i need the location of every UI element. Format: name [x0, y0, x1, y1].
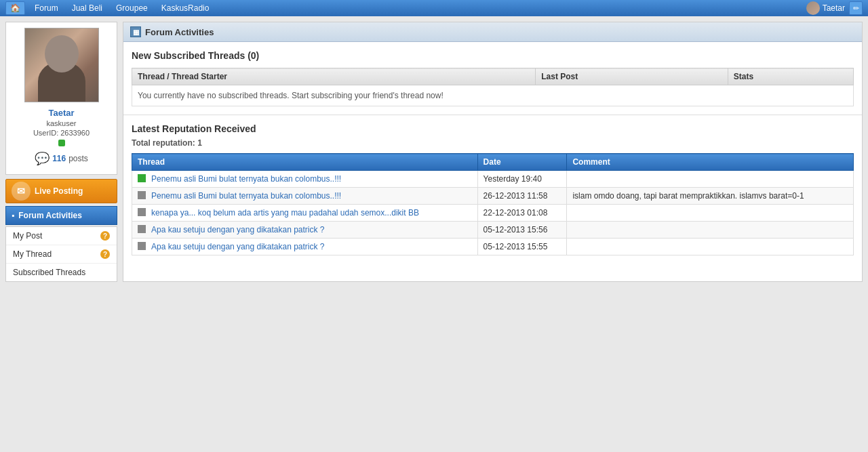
- rep-thread-link[interactable]: Apa kau setuju dengan yang dikatakan pat…: [151, 242, 325, 251]
- rep-col-comment: Comment: [567, 154, 854, 171]
- subscribed-table: Thread / Thread Starter Last Post Stats …: [132, 68, 854, 106]
- rep-thread-link[interactable]: kenapa ya... koq belum ada artis yang ma…: [151, 208, 419, 218]
- profile-userid: UserID: 2633960: [12, 129, 111, 137]
- header-icon: ▦: [130, 26, 141, 37]
- sidebar-menu: My Post ? My Thread ? Subscribed Threads: [5, 226, 117, 282]
- mypost-help-icon[interactable]: ?: [100, 231, 110, 241]
- content-header-title: Forum Activities: [145, 27, 214, 37]
- forum-activities-button[interactable]: ▪ Forum Activities: [5, 206, 117, 225]
- rep-comment: [567, 171, 854, 188]
- content-area: ▦ Forum Activities New Subscribed Thread…: [123, 22, 863, 282]
- rep-date: 22-12-2013 01:08: [477, 205, 567, 222]
- rep-thread-cell: Penemu asli Bumi bulat ternyata bukan co…: [132, 188, 478, 205]
- rep-col-date: Date: [477, 154, 567, 171]
- subscribed-empty-message: You currently have no subscribed threads…: [132, 85, 854, 106]
- rep-indicator: [138, 191, 146, 199]
- profile-name: Taetar: [12, 108, 111, 118]
- rep-thread-link[interactable]: Penemu asli Bumi bulat ternyata bukan co…: [151, 191, 341, 201]
- subscribed-label: Subscribed Threads: [13, 268, 85, 277]
- nav-groupee[interactable]: Groupee: [109, 0, 155, 16]
- subscribed-title: New Subscribed Threads (0): [132, 50, 854, 61]
- posts-row: 💬 116 posts: [12, 151, 111, 166]
- home-button[interactable]: 🏠: [5, 1, 25, 15]
- profile-role: kaskuser: [12, 119, 111, 127]
- col-thread-starter: Thread / Thread Starter: [132, 68, 536, 85]
- top-nav-right: Taetar ✏: [806, 1, 863, 15]
- nav-forum[interactable]: Forum: [28, 0, 65, 16]
- rep-comment: [567, 205, 854, 222]
- live-posting-label: Live Posting: [35, 186, 83, 196]
- rep-comment: islam omdo doang, tapi barat mempraktikk…: [567, 188, 854, 205]
- rep-date: 05-12-2013 15:55: [477, 239, 567, 255]
- rep-row: Apa kau setuju dengan yang dikatakan pat…: [132, 222, 854, 239]
- subscribed-empty-row: You currently have no subscribed threads…: [132, 85, 854, 106]
- subscribed-section: New Subscribed Threads (0) Thread / Thre…: [123, 42, 862, 115]
- rep-row: Penemu asli Bumi bulat ternyata bukan co…: [132, 171, 854, 188]
- rep-row: kenapa ya... koq belum ada artis yang ma…: [132, 205, 854, 222]
- total-reputation: Total reputation: 1: [132, 138, 854, 148]
- user-avatar-small: [806, 1, 820, 15]
- sidebar-item-mythread[interactable]: My Thread ?: [6, 245, 117, 264]
- rep-indicator: [138, 225, 146, 233]
- rep-thread-cell: kenapa ya... koq belum ada artis yang ma…: [132, 205, 478, 222]
- posts-bubble-icon: 💬: [35, 151, 50, 166]
- profile-avatar: [24, 28, 99, 102]
- rep-thread-link[interactable]: Penemu asli Bumi bulat ternyata bukan co…: [151, 174, 341, 184]
- top-navigation: 🏠 Forum Jual Beli Groupee KaskusRadio Ta…: [0, 0, 868, 16]
- rep-col-thread: Thread: [132, 154, 478, 171]
- sidebar: Taetar kaskuser UserID: 2633960 💬 116 po…: [5, 22, 117, 282]
- nav-jualbeli[interactable]: Jual Beli: [65, 0, 109, 16]
- rep-row: Penemu asli Bumi bulat ternyata bukan co…: [132, 188, 854, 205]
- live-posting-icon: ✉: [12, 182, 31, 201]
- main-container: Taetar kaskuser UserID: 2633960 💬 116 po…: [0, 16, 868, 287]
- live-posting-button[interactable]: ✉ Live Posting: [5, 179, 117, 203]
- posts-count: 116: [52, 154, 66, 163]
- col-last-post: Last Post: [536, 68, 728, 85]
- sidebar-item-subscribed[interactable]: Subscribed Threads: [6, 264, 117, 281]
- nav-kaskusradio[interactable]: KaskusRadio: [155, 0, 216, 16]
- col-stats: Stats: [728, 68, 853, 85]
- rep-thread-cell: Apa kau setuju dengan yang dikatakan pat…: [132, 239, 478, 255]
- rep-row: Apa kau setuju dengan yang dikatakan pat…: [132, 239, 854, 255]
- rep-date: 05-12-2013 15:56: [477, 222, 567, 239]
- username-label: Taetar: [823, 3, 845, 13]
- total-reputation-label: Total reputation:: [132, 138, 195, 148]
- profile-box: Taetar kaskuser UserID: 2633960 💬 116 po…: [5, 22, 117, 175]
- forum-activities-icon: ▪: [12, 211, 14, 220]
- rep-indicator: [138, 242, 146, 250]
- posts-label: posts: [68, 154, 88, 163]
- rep-comment: [567, 239, 854, 255]
- reputation-title: Latest Reputation Received: [132, 123, 854, 134]
- total-reputation-value: 1: [197, 138, 202, 148]
- mythread-label: My Thread: [13, 249, 52, 259]
- rep-indicator: [138, 174, 146, 182]
- mythread-help-icon[interactable]: ?: [100, 249, 110, 259]
- forum-activities-label: Forum Activities: [18, 211, 82, 220]
- rep-comment: [567, 222, 854, 239]
- rep-thread-link[interactable]: Apa kau setuju dengan yang dikatakan pat…: [151, 225, 325, 234]
- user-info: Taetar: [806, 1, 845, 15]
- rep-date: Yesterday 19:40: [477, 171, 567, 188]
- mypost-label: My Post: [13, 231, 42, 241]
- sidebar-item-mypost[interactable]: My Post ?: [6, 227, 117, 245]
- edit-button[interactable]: ✏: [849, 1, 863, 15]
- rep-thread-cell: Apa kau setuju dengan yang dikatakan pat…: [132, 222, 478, 239]
- online-indicator: [58, 140, 65, 146]
- reputation-table: Thread Date Comment Penemu asli Bumi bul…: [132, 153, 854, 255]
- rep-indicator: [138, 208, 146, 216]
- rep-thread-cell: Penemu asli Bumi bulat ternyata bukan co…: [132, 171, 478, 188]
- content-header: ▦ Forum Activities: [123, 22, 862, 42]
- reputation-section: Latest Reputation Received Total reputat…: [123, 115, 862, 264]
- avatar-image: [25, 28, 98, 102]
- rep-date: 26-12-2013 11:58: [477, 188, 567, 205]
